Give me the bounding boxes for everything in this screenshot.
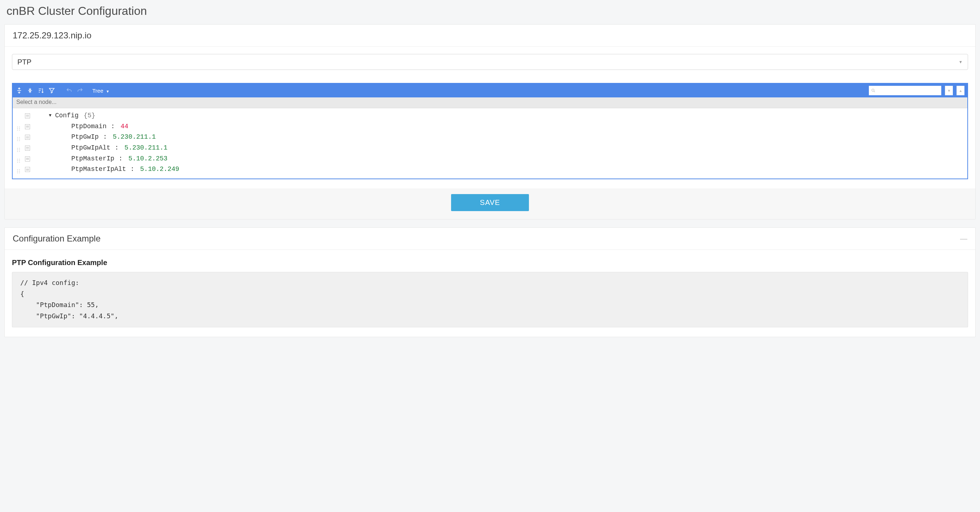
host-panel: 172.25.29.123.nip.io PTP ▼ [4,24,976,219]
undo-icon [65,87,73,94]
tree-key[interactable]: PtpMasterIpAlt [71,164,126,175]
svg-point-7 [17,137,18,138]
search-next-icon: ▼ [945,86,953,95]
svg-point-21 [17,160,18,161]
tree-row[interactable]: PtpGwIp:5.230.211.1 [13,132,967,143]
tree-key[interactable]: PtpGwIp [71,132,99,143]
example-title: Configuration Example [13,234,101,244]
svg-point-5 [17,130,18,130]
context-menu-icon[interactable] [25,146,30,151]
svg-point-30 [19,173,20,173]
svg-point-22 [19,160,20,161]
drag-handle-icon[interactable] [16,156,21,162]
drag-handle-icon[interactable] [16,146,21,151]
svg-point-17 [17,151,18,152]
svg-point-25 [17,169,18,170]
drag-handle-icon[interactable] [16,124,21,129]
editor-search[interactable] [869,86,941,95]
svg-point-28 [19,171,20,172]
svg-point-18 [19,151,20,152]
tree-value[interactable]: 5.10.2.253 [129,154,168,164]
context-menu-icon[interactable] [25,124,30,129]
drag-handle-icon[interactable] [16,167,21,172]
svg-point-27 [17,171,18,172]
svg-point-16 [19,149,20,150]
save-row: SAVE [5,189,975,219]
tree-root-count: {5} [84,110,95,121]
collapse-all-icon[interactable] [26,87,33,94]
svg-point-14 [19,148,20,148]
tree-value[interactable]: 5.230.211.1 [113,132,156,143]
chevron-down-icon: ▼ [959,60,963,64]
context-menu-icon[interactable] [25,113,30,118]
svg-point-3 [17,128,18,129]
svg-point-29 [17,173,18,173]
redo-icon [76,87,84,94]
config-select[interactable]: PTP ▼ [12,54,968,70]
search-icon [871,88,876,93]
svg-point-0 [872,89,874,91]
svg-point-2 [19,126,20,127]
context-menu-icon[interactable] [25,135,30,140]
editor-mode-dropdown[interactable]: Tree ▼ [92,87,109,94]
page-title: cnBR Cluster Configuration [6,4,976,18]
svg-point-20 [19,159,20,159]
tree-row[interactable]: PtpMasterIpAlt:5.10.2.249 [13,164,967,175]
tree-value[interactable]: 5.10.2.249 [140,164,179,175]
svg-point-8 [19,137,20,138]
svg-point-19 [17,159,18,159]
svg-point-1 [17,126,18,127]
svg-point-24 [19,162,20,162]
caret-down-icon[interactable]: ▼ [49,112,51,119]
node-path-bar[interactable]: Select a node... [13,97,967,108]
example-panel: Configuration Example — PTP Configuratio… [4,227,976,337]
svg-point-13 [17,148,18,148]
collapse-icon[interactable]: — [960,235,967,243]
tree-key[interactable]: PtpGwIpAlt [71,143,110,154]
svg-point-4 [19,128,20,129]
svg-point-26 [19,169,20,170]
sort-icon[interactable] [37,87,45,94]
tree-row[interactable]: PtpGwIpAlt:5.230.211.1 [13,143,967,154]
svg-point-23 [17,162,18,162]
tree-value[interactable]: 44 [121,121,129,132]
expand-all-icon[interactable] [16,87,23,94]
svg-point-9 [17,139,18,139]
search-prev-icon: ▲ [956,86,964,95]
drag-handle-icon[interactable] [16,135,21,140]
editor-toolbar: Tree ▼ ▼ ▲ [13,84,967,97]
editor-search-input[interactable] [877,87,939,94]
svg-point-10 [19,139,20,139]
json-tree: ▼ Config {5} PtpDomain:44PtpGwIp:5.230.2… [13,108,967,178]
editor-mode-label: Tree [92,87,103,94]
svg-point-12 [19,140,20,141]
svg-point-11 [17,140,18,141]
svg-point-6 [19,130,20,130]
tree-value[interactable]: 5.230.211.1 [124,143,168,154]
example-subtitle: PTP Configuration Example [12,259,968,267]
tree-root-row[interactable]: ▼ Config {5} [13,110,967,121]
svg-point-15 [17,149,18,150]
tree-key[interactable]: PtpDomain [71,121,107,132]
json-editor: Tree ▼ ▼ ▲ Select a node... [12,83,968,179]
context-menu-icon[interactable] [25,167,30,172]
tree-row[interactable]: PtpDomain:44 [13,121,967,132]
context-menu-icon[interactable] [25,156,30,162]
chevron-down-icon: ▼ [106,89,109,94]
filter-icon[interactable] [48,87,56,94]
config-select-value: PTP [18,58,32,66]
host-title: 172.25.29.123.nip.io [13,30,92,41]
save-button[interactable]: SAVE [451,194,529,211]
tree-row[interactable]: PtpMasterIp:5.10.2.253 [13,154,967,164]
tree-root-key: Config [55,110,78,121]
example-code: // Ipv4 config: { "PtpDomain": 55, "PtpG… [12,272,968,327]
tree-key[interactable]: PtpMasterIp [71,154,115,164]
